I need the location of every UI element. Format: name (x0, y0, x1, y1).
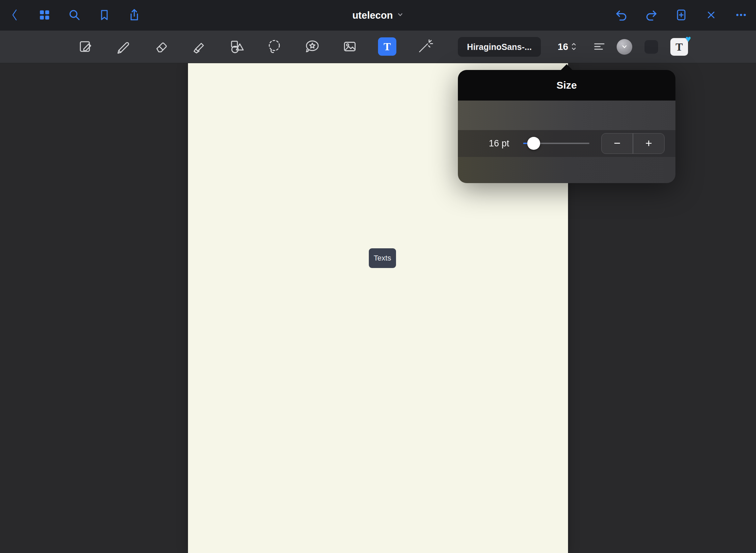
app-screen: utelecon (0, 0, 756, 553)
topbar-left-group (0, 0, 142, 31)
eraser-tool-button[interactable] (152, 37, 171, 56)
text-align-button[interactable] (590, 38, 608, 56)
shapes-icon (228, 38, 245, 56)
highlighter-icon (190, 38, 207, 56)
text-style-icon: T (675, 41, 683, 53)
share-icon (127, 8, 141, 23)
size-value-label: 16 pt (480, 130, 518, 157)
size-stepper-group: − + (601, 133, 665, 154)
lasso-tool-button[interactable] (265, 37, 284, 56)
size-slider[interactable] (523, 143, 589, 144)
add-page-button[interactable] (674, 0, 689, 31)
search-icon (68, 8, 81, 23)
size-increase-button[interactable]: + (633, 133, 664, 154)
text-color-swatch[interactable] (617, 39, 632, 55)
size-stepper-chevrons-icon (571, 42, 577, 52)
popover-title: Size (556, 79, 577, 91)
share-button[interactable] (127, 0, 142, 31)
font-size-value: 16 (557, 41, 568, 52)
back-button[interactable] (7, 0, 22, 31)
color-chevron-down-icon (621, 43, 628, 51)
read-only-mode-button[interactable] (76, 37, 95, 56)
text-tool-button[interactable]: T (378, 37, 396, 56)
read-only-mode-icon (77, 38, 94, 56)
elements-tool-button[interactable] (303, 37, 322, 56)
page-thumbnails-icon (38, 8, 51, 22)
font-family-button[interactable]: HiraginoSans-... (458, 37, 541, 57)
slider-knob[interactable] (527, 137, 540, 150)
tools-group: T (76, 37, 434, 56)
page-thumbnails-button[interactable] (37, 0, 52, 31)
title-chevron-down-icon (397, 11, 404, 19)
size-decrease-button[interactable]: − (602, 133, 633, 154)
popover-upper-section (458, 101, 675, 130)
document-title-button[interactable]: utelecon (352, 0, 403, 31)
popover-slider-row: 16 pt − + (458, 130, 675, 157)
text-align-icon (593, 40, 605, 54)
tools-toolbar: T HiraginoSans-... 16 (0, 31, 756, 63)
popover-header: Size (458, 70, 675, 101)
document-title: utelecon (352, 10, 393, 21)
eraser-icon (153, 38, 170, 56)
size-popover: Size 16 pt − + (458, 70, 675, 183)
highlighter-tool-button[interactable] (189, 37, 208, 56)
more-button[interactable] (734, 0, 749, 31)
redo-icon (645, 8, 658, 23)
size-popover-body: Size 16 pt − + (458, 70, 675, 183)
more-ellipsis-icon (735, 8, 748, 22)
close-button[interactable] (704, 0, 719, 31)
photo-tool-button[interactable] (340, 37, 359, 56)
popover-lower-section (458, 157, 675, 183)
undo-icon (615, 8, 628, 23)
text-style-favorites-button[interactable]: T ♥ (670, 38, 688, 56)
add-page-icon (675, 8, 688, 23)
elements-star-icon (304, 38, 321, 56)
bookmark-icon (98, 8, 111, 23)
pen-tool-button[interactable] (114, 37, 133, 56)
pen-icon (115, 38, 132, 56)
popover-arrow (561, 64, 573, 70)
search-button[interactable] (67, 0, 82, 31)
top-navigation-bar: utelecon (0, 0, 756, 31)
heart-icon: ♥ (685, 34, 691, 44)
redo-button[interactable] (644, 0, 659, 31)
topbar-right-group (614, 0, 749, 31)
text-object[interactable]: Texts (369, 248, 396, 268)
text-background-swatch[interactable] (645, 40, 658, 54)
lasso-icon (266, 38, 283, 56)
bookmark-button[interactable] (97, 0, 112, 31)
font-size-button[interactable]: 16 (550, 37, 584, 57)
close-icon (705, 9, 717, 22)
photo-icon (341, 38, 358, 56)
undo-button[interactable] (614, 0, 629, 31)
laser-pointer-tool-button[interactable] (415, 37, 434, 56)
shapes-tool-button[interactable] (227, 37, 246, 56)
back-chevron-icon (10, 8, 19, 23)
text-tool-icon: T (383, 40, 391, 53)
laser-pointer-icon (416, 38, 433, 56)
